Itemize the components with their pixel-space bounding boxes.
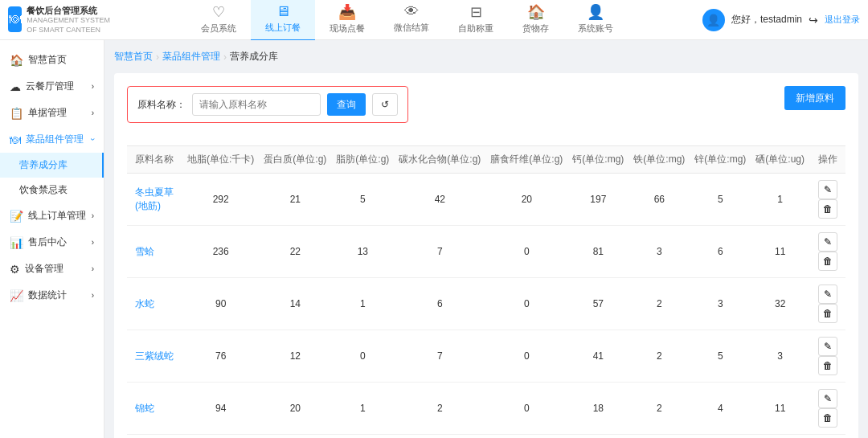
- cell-fat: 5: [331, 174, 394, 226]
- cell-name[interactable]: 三紫绒蛇: [127, 330, 182, 383]
- edit-button[interactable]: ✎: [818, 232, 837, 252]
- cell-selenium: 3: [751, 330, 809, 383]
- sidebar-nutrition[interactable]: 营养成分库: [0, 153, 104, 178]
- nav-menu: ♡ 会员系统 🖥 线上订餐 📥 现场点餐 👁 微信结算 ⊟ 自助称重 🏠 货物存…: [113, 0, 702, 41]
- cell-protein: 22: [259, 226, 331, 278]
- edit-button[interactable]: ✎: [818, 337, 837, 356]
- cell-iron: 2: [628, 278, 690, 330]
- cell-selenium: 32: [751, 278, 809, 330]
- delete-button[interactable]: 🗑: [818, 408, 837, 428]
- nav-cashier[interactable]: 👁 微信结算: [379, 0, 444, 41]
- delete-button[interactable]: 🗑: [818, 356, 837, 375]
- cell-name[interactable]: 冬虫夏草(地筋): [127, 174, 182, 226]
- cell-action: ✎ 🗑: [809, 330, 845, 383]
- sidebar-cloud[interactable]: ☁ 云餐厅管理 ›: [0, 73, 104, 100]
- chevron-right-icon: ›: [92, 238, 94, 247]
- logout-button[interactable]: 退出登录: [825, 14, 860, 26]
- sidebar-food[interactable]: 🍽 菜品组件管理 ›: [0, 126, 104, 153]
- cell-protein: 12: [259, 330, 331, 383]
- table-row: 三紫绒蛇 76 12 0 7 0 41 2 5 3 ✎ 🗑: [127, 330, 845, 383]
- sidebar-home[interactable]: 🏠 智慧首页: [0, 47, 104, 73]
- self-weigh-icon: ⊟: [470, 3, 482, 21]
- add-ingredient-button[interactable]: 新增原料: [784, 86, 845, 110]
- delete-button[interactable]: 🗑: [818, 304, 837, 323]
- col-action: 操作: [809, 146, 845, 174]
- chevron-right-icon: ›: [92, 264, 94, 273]
- sidebar-device[interactable]: ⚙ 设备管理 ›: [0, 256, 104, 282]
- cell-fat: 1: [331, 383, 394, 435]
- user-info: 👤 您好，testadmin ↪ 退出登录: [702, 9, 860, 31]
- col-zinc: 锌(单位:mg): [690, 146, 751, 174]
- nav-online-order[interactable]: 🖥 线上订餐: [251, 0, 315, 41]
- nav-storage[interactable]: 🏠 货物存: [508, 0, 563, 41]
- search-button[interactable]: 查询: [327, 93, 366, 116]
- cell-fiber: 0: [485, 383, 567, 435]
- site-order-icon: 📥: [338, 3, 356, 21]
- app-logo: 🍽 餐饮后台管理系统 MANAGEMENT SYSTEM OF SMART CA…: [8, 5, 113, 35]
- sidebar-food-list[interactable]: 饮食禁忌表: [0, 178, 104, 203]
- nav-system[interactable]: 👤 系统账号: [563, 0, 628, 41]
- breadcrumb-home[interactable]: 智慧首页: [114, 50, 153, 63]
- col-calorie: 地脂(单位:千卡): [182, 146, 259, 174]
- edit-button[interactable]: ✎: [818, 180, 837, 199]
- delete-button[interactable]: 🗑: [818, 252, 837, 271]
- nav-site-order[interactable]: 📥 现场点餐: [315, 0, 379, 41]
- cell-carb: 42: [394, 174, 485, 226]
- online-order-sidebar-icon: 📝: [10, 210, 23, 223]
- cell-zinc: 4: [690, 383, 751, 435]
- cell-name[interactable]: 雪蛤: [127, 226, 182, 278]
- col-fat: 脂肪(单位:g): [331, 146, 394, 174]
- cell-selenium: 7: [751, 435, 809, 439]
- search-label: 原料名称：: [137, 98, 186, 112]
- cell-fiber: 0: [485, 226, 567, 278]
- sidebar-orders[interactable]: 📋 单据管理 ›: [0, 100, 104, 126]
- sidebar-stats[interactable]: 📈 数据统计 ›: [0, 282, 104, 309]
- cell-fiber: 0: [485, 435, 567, 439]
- breadcrumb-food[interactable]: 菜品组件管理: [162, 50, 220, 63]
- table-row: 锦蛇 94 20 1 2 0 18 2 4 11 ✎ 🗑: [127, 383, 845, 435]
- col-iron: 铁(单位:mg): [628, 146, 690, 174]
- nav-self-weigh[interactable]: ⊟ 自助称重: [444, 0, 508, 41]
- nutrition-table: 原料名称 地脂(单位:千卡) 蛋白质(单位:g) 脂肪(单位:g) 碳水化合物(…: [127, 145, 845, 438]
- logout-icon: ↪: [809, 14, 818, 27]
- cell-calorie: 75: [182, 435, 259, 439]
- nav-member[interactable]: ♡ 会员系统: [186, 0, 251, 41]
- home-icon: 🏠: [10, 54, 23, 67]
- cell-selenium: 11: [751, 383, 809, 435]
- food-icon: 🍽: [10, 133, 21, 146]
- top-navigation: 🍽 餐饮后台管理系统 MANAGEMENT SYSTEM OF SMART CA…: [0, 0, 868, 40]
- col-calcium: 钙(单位:mg): [567, 146, 628, 174]
- delete-button[interactable]: 🗑: [818, 199, 837, 219]
- edit-button[interactable]: ✎: [818, 284, 837, 304]
- stats-icon: 📈: [10, 289, 23, 302]
- table-row: 水蛇 90 14 1 6 0 57 2 3 32 ✎ 🗑: [127, 278, 845, 330]
- cell-name[interactable]: 锦蛇: [127, 383, 182, 435]
- cell-calcium: 57: [567, 278, 628, 330]
- user-greeting: 您好，testadmin: [731, 13, 802, 27]
- cell-protein: 14: [259, 278, 331, 330]
- cell-calcium: 41: [567, 330, 628, 383]
- cell-zinc: 5: [690, 330, 751, 383]
- table-row: 过树榕蛇 75 14 0 4 0 16 1 1 7 ✎ 🗑: [127, 435, 845, 439]
- online-order-icon: 🖥: [276, 3, 290, 20]
- chevron-down-icon: ›: [92, 82, 94, 91]
- cell-calcium: 18: [567, 383, 628, 435]
- cell-protein: 20: [259, 383, 331, 435]
- col-name: 原料名称: [127, 146, 182, 174]
- cell-iron: 66: [628, 174, 690, 226]
- logo-icon: 🍽: [8, 6, 22, 32]
- reset-button[interactable]: ↺: [372, 93, 398, 116]
- search-input[interactable]: [192, 93, 321, 116]
- edit-button[interactable]: ✎: [818, 389, 837, 408]
- app-title: 餐饮后台管理系统 MANAGEMENT SYSTEM OF SMART CANT…: [27, 5, 113, 35]
- sidebar-online-order[interactable]: 📝 线上订单管理 ›: [0, 203, 104, 229]
- cell-name[interactable]: 过树榕蛇: [127, 435, 182, 439]
- cell-fat: 0: [331, 330, 394, 383]
- cloud-icon: ☁: [10, 80, 21, 93]
- cell-carb: 6: [394, 278, 485, 330]
- cell-name[interactable]: 水蛇: [127, 278, 182, 330]
- cell-carb: 4: [394, 435, 485, 439]
- sidebar-report[interactable]: 📊 售后中心 ›: [0, 229, 104, 256]
- cell-calorie: 292: [182, 174, 259, 226]
- cell-iron: 3: [628, 226, 690, 278]
